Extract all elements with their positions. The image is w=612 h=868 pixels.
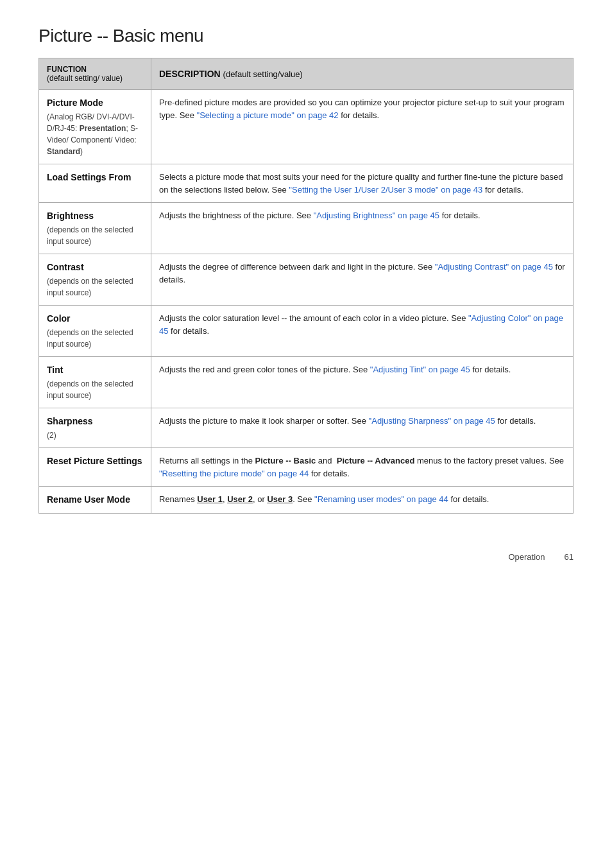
link-brightness[interactable]: "Adjusting Brightness" on page 45: [314, 211, 439, 220]
func-detail-picture-mode: (Analog RGB/ DVI-A/DVI-D/RJ-45: Presenta…: [47, 111, 143, 157]
link-contrast[interactable]: "Adjusting Contrast" on page 45: [435, 262, 553, 272]
table-row-rename-user: Rename User Mode Renames User 1, User 2,…: [39, 487, 574, 514]
desc-color: Adjusts the color saturation level -- th…: [151, 306, 574, 357]
func-name-brightness: Brightness: [47, 209, 143, 223]
link-color[interactable]: "Adjusting Color" on page 45: [159, 313, 563, 336]
page-title: Picture -- Basic menu: [38, 26, 574, 46]
desc-brightness: Adjusts the brightness of the picture. S…: [151, 203, 574, 254]
desc-load-settings: Selects a picture mode that most suits y…: [151, 164, 574, 203]
footer-page: 61: [565, 552, 574, 562]
table-row-picture-mode: Picture Mode (Analog RGB/ DVI-A/DVI-D/RJ…: [39, 90, 574, 164]
func-detail-sharpness: (2): [47, 430, 143, 441]
desc-contrast: Adjusts the degree of difference between…: [151, 254, 574, 306]
link-reset-picture[interactable]: "Resetting the picture mode" on page 44: [159, 469, 309, 478]
func-name-contrast: Contrast: [47, 261, 143, 274]
footer-label: Operation: [508, 552, 545, 562]
table-header-function: FUNCTION (default setting/ value): [39, 58, 151, 90]
link-sharpness[interactable]: "Adjusting Sharpness" on page 45: [369, 416, 495, 426]
desc-picture-mode: Pre-defined picture modes are provided s…: [151, 90, 574, 164]
main-table: FUNCTION (default setting/ value) DESCRI…: [38, 58, 574, 514]
desc-reset-picture: Returns all settings in the Picture -- B…: [151, 448, 574, 487]
func-name-sharpness: Sharpness: [47, 415, 143, 428]
func-detail-tint: (depends on the selected input source): [47, 378, 143, 401]
func-name-color: Color: [47, 312, 143, 326]
table-row-contrast: Contrast (depends on the selected input …: [39, 254, 574, 306]
link-picture-mode[interactable]: "Selecting a picture mode" on page 42: [197, 110, 339, 120]
table-header-description: DESCRIPTION (default setting/value): [151, 58, 574, 90]
func-name-rename-user: Rename User Mode: [47, 493, 143, 507]
func-name-load-settings: Load Settings From: [47, 171, 143, 184]
desc-tint: Adjusts the red and green color tones of…: [151, 357, 574, 408]
link-rename-user[interactable]: "Renaming user modes" on page 44: [314, 494, 448, 504]
table-row-brightness: Brightness (depends on the selected inpu…: [39, 203, 574, 254]
desc-sharpness: Adjusts the picture to make it look shar…: [151, 408, 574, 448]
table-row-tint: Tint (depends on the selected input sour…: [39, 357, 574, 408]
func-name-picture-mode: Picture Mode: [47, 96, 143, 110]
link-load-settings[interactable]: "Setting the User 1/User 2/User 3 mode" …: [289, 185, 482, 195]
func-name-tint: Tint: [47, 363, 143, 377]
link-tint[interactable]: "Adjusting Tint" on page 45: [370, 365, 470, 374]
func-name-reset-picture: Reset Picture Settings: [47, 455, 143, 468]
table-row-sharpness: Sharpness (2) Adjusts the picture to mak…: [39, 408, 574, 448]
func-detail-brightness: (depends on the selected input source): [47, 224, 143, 247]
func-detail-color: (depends on the selected input source): [47, 327, 143, 350]
desc-rename-user: Renames User 1, User 2, or User 3. See "…: [151, 487, 574, 514]
table-row-load-settings: Load Settings From Selects a picture mod…: [39, 164, 574, 203]
page-footer: Operation 61: [38, 552, 574, 562]
func-detail-contrast: (depends on the selected input source): [47, 275, 143, 299]
table-row-color: Color (depends on the selected input sou…: [39, 306, 574, 357]
table-row-reset-picture: Reset Picture Settings Returns all setti…: [39, 448, 574, 487]
